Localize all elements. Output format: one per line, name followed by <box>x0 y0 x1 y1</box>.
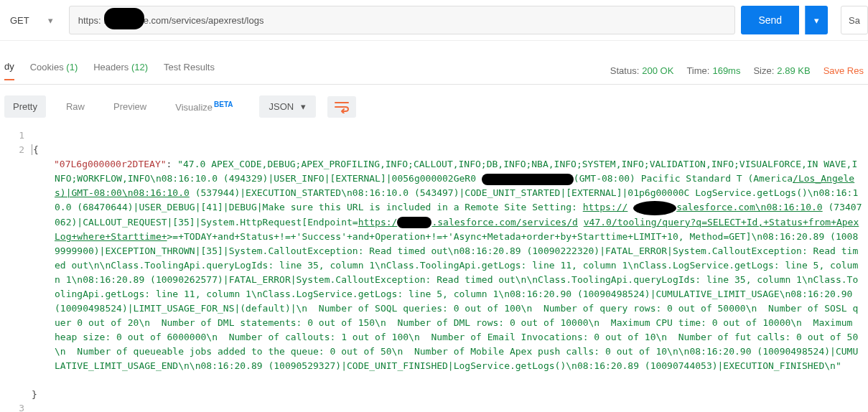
view-raw[interactable]: Raw <box>57 95 93 118</box>
save-button[interactable]: Sa <box>841 6 868 34</box>
redacted-block <box>104 8 144 29</box>
json-string: "47.0 APEX_CODE,DEBUG;APEX_PROFILING,INF… <box>55 159 862 371</box>
wrap-lines-button[interactable] <box>327 96 356 118</box>
request-bar: GET ▾ https: .salesforce.com/services/ap… <box>0 0 868 41</box>
http-method-select[interactable]: GET ▾ <box>0 6 63 34</box>
size-label: Size:2.89 KB <box>753 65 810 76</box>
size-value: 2.89 KB <box>777 65 810 76</box>
format-select[interactable]: JSON ▾ <box>259 95 317 118</box>
format-value: JSON <box>269 101 294 112</box>
redacted-block <box>633 201 676 215</box>
tab-headers[interactable]: Headers (12) <box>93 62 148 80</box>
line-number: 2 <box>0 143 24 157</box>
time-label: Time:169ms <box>686 65 740 76</box>
tab-body[interactable]: dy <box>4 61 14 80</box>
tab-cookies-label: Cookies <box>30 62 64 72</box>
url-input[interactable]: https: .salesforce.com/services/apexrest… <box>69 6 736 34</box>
view-visualize-label: Visualize <box>175 102 213 113</box>
response-view-toolbar: Pretty Raw Preview VisualizeBETA JSON ▾ <box>0 85 868 128</box>
send-dropdown[interactable]: ▾ <box>805 6 828 34</box>
view-preview[interactable]: Preview <box>105 95 155 118</box>
response-body: 1 2 3 { "07L6g000000r2DTEAY": "47.0 APEX… <box>0 128 868 412</box>
send-button[interactable]: Send <box>741 6 799 34</box>
chevron-down-icon: ▾ <box>48 15 53 26</box>
wrap-icon <box>335 100 349 113</box>
tab-test-results[interactable]: Test Results <box>164 62 215 80</box>
redacted-block <box>482 174 574 185</box>
status-value: 200 OK <box>642 65 673 76</box>
line-number: 1 <box>0 128 24 143</box>
tab-cookies-count: (1) <box>66 62 78 72</box>
json-brace: } <box>32 389 37 400</box>
view-pretty[interactable]: Pretty <box>4 95 46 118</box>
json-key: "07L6g000000r2DTEAY" <box>54 159 167 169</box>
send-button-label: Send <box>758 14 782 26</box>
line-gutter: 1 2 3 <box>0 128 32 412</box>
response-tabs: dy Cookies (1) Headers (12) Test Results… <box>0 57 868 85</box>
http-method-value: GET <box>10 15 29 26</box>
chevron-down-icon: ▾ <box>301 101 306 112</box>
status-label: Status:200 OK <box>610 65 674 76</box>
time-value: 169ms <box>712 65 740 76</box>
save-button-label: Sa <box>849 15 860 26</box>
view-visualize[interactable]: VisualizeBETA <box>167 95 241 118</box>
line-number: 3 <box>0 401 24 412</box>
json-brace: { <box>32 144 39 155</box>
beta-badge: BETA <box>214 100 233 108</box>
chevron-down-icon: ▾ <box>814 15 819 26</box>
tab-headers-count: (12) <box>131 62 148 72</box>
redacted-block <box>397 217 431 228</box>
tab-headers-label: Headers <box>93 62 129 72</box>
save-response-button[interactable]: Save Res <box>823 65 864 76</box>
code-content[interactable]: { "07L6g000000r2DTEAY": "47.0 APEX_CODE,… <box>32 128 868 412</box>
tab-cookies[interactable]: Cookies (1) <box>30 62 78 80</box>
